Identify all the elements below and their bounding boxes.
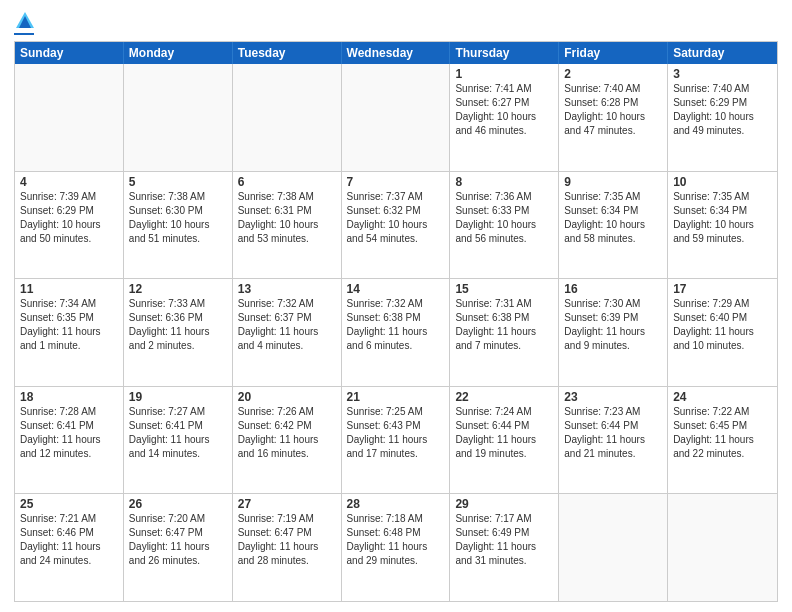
day-number: 7 <box>347 175 445 189</box>
calendar-header: SundayMondayTuesdayWednesdayThursdayFrid… <box>15 42 777 64</box>
day-number: 9 <box>564 175 662 189</box>
calendar-cell: 7Sunrise: 7:37 AM Sunset: 6:32 PM Daylig… <box>342 172 451 279</box>
calendar-cell: 28Sunrise: 7:18 AM Sunset: 6:48 PM Dayli… <box>342 494 451 601</box>
cell-info: Sunrise: 7:25 AM Sunset: 6:43 PM Dayligh… <box>347 405 445 461</box>
calendar-cell: 29Sunrise: 7:17 AM Sunset: 6:49 PM Dayli… <box>450 494 559 601</box>
calendar-cell: 26Sunrise: 7:20 AM Sunset: 6:47 PM Dayli… <box>124 494 233 601</box>
day-of-week-header: Wednesday <box>342 42 451 64</box>
cell-info: Sunrise: 7:31 AM Sunset: 6:38 PM Dayligh… <box>455 297 553 353</box>
calendar-cell: 17Sunrise: 7:29 AM Sunset: 6:40 PM Dayli… <box>668 279 777 386</box>
day-of-week-header: Thursday <box>450 42 559 64</box>
calendar: SundayMondayTuesdayWednesdayThursdayFrid… <box>14 41 778 602</box>
day-number: 21 <box>347 390 445 404</box>
calendar-cell <box>233 64 342 171</box>
calendar-cell: 20Sunrise: 7:26 AM Sunset: 6:42 PM Dayli… <box>233 387 342 494</box>
calendar-cell: 21Sunrise: 7:25 AM Sunset: 6:43 PM Dayli… <box>342 387 451 494</box>
cell-info: Sunrise: 7:29 AM Sunset: 6:40 PM Dayligh… <box>673 297 772 353</box>
day-of-week-header: Sunday <box>15 42 124 64</box>
day-number: 18 <box>20 390 118 404</box>
day-number: 19 <box>129 390 227 404</box>
cell-info: Sunrise: 7:38 AM Sunset: 6:31 PM Dayligh… <box>238 190 336 246</box>
day-of-week-header: Monday <box>124 42 233 64</box>
day-of-week-header: Friday <box>559 42 668 64</box>
cell-info: Sunrise: 7:18 AM Sunset: 6:48 PM Dayligh… <box>347 512 445 568</box>
day-number: 11 <box>20 282 118 296</box>
calendar-cell <box>559 494 668 601</box>
calendar-cell: 23Sunrise: 7:23 AM Sunset: 6:44 PM Dayli… <box>559 387 668 494</box>
day-number: 6 <box>238 175 336 189</box>
calendar-cell: 5Sunrise: 7:38 AM Sunset: 6:30 PM Daylig… <box>124 172 233 279</box>
calendar-cell <box>342 64 451 171</box>
cell-info: Sunrise: 7:37 AM Sunset: 6:32 PM Dayligh… <box>347 190 445 246</box>
cell-info: Sunrise: 7:21 AM Sunset: 6:46 PM Dayligh… <box>20 512 118 568</box>
calendar-cell <box>124 64 233 171</box>
cell-info: Sunrise: 7:32 AM Sunset: 6:38 PM Dayligh… <box>347 297 445 353</box>
day-number: 26 <box>129 497 227 511</box>
cell-info: Sunrise: 7:26 AM Sunset: 6:42 PM Dayligh… <box>238 405 336 461</box>
calendar-cell <box>15 64 124 171</box>
cell-info: Sunrise: 7:36 AM Sunset: 6:33 PM Dayligh… <box>455 190 553 246</box>
day-of-week-header: Tuesday <box>233 42 342 64</box>
day-number: 16 <box>564 282 662 296</box>
cell-info: Sunrise: 7:19 AM Sunset: 6:47 PM Dayligh… <box>238 512 336 568</box>
calendar-cell: 13Sunrise: 7:32 AM Sunset: 6:37 PM Dayli… <box>233 279 342 386</box>
cell-info: Sunrise: 7:20 AM Sunset: 6:47 PM Dayligh… <box>129 512 227 568</box>
day-number: 3 <box>673 67 772 81</box>
calendar-cell: 16Sunrise: 7:30 AM Sunset: 6:39 PM Dayli… <box>559 279 668 386</box>
calendar-cell: 12Sunrise: 7:33 AM Sunset: 6:36 PM Dayli… <box>124 279 233 386</box>
calendar-cell <box>668 494 777 601</box>
cell-info: Sunrise: 7:40 AM Sunset: 6:28 PM Dayligh… <box>564 82 662 138</box>
day-of-week-header: Saturday <box>668 42 777 64</box>
cell-info: Sunrise: 7:28 AM Sunset: 6:41 PM Dayligh… <box>20 405 118 461</box>
cell-info: Sunrise: 7:24 AM Sunset: 6:44 PM Dayligh… <box>455 405 553 461</box>
calendar-cell: 22Sunrise: 7:24 AM Sunset: 6:44 PM Dayli… <box>450 387 559 494</box>
calendar-cell: 14Sunrise: 7:32 AM Sunset: 6:38 PM Dayli… <box>342 279 451 386</box>
calendar-cell: 27Sunrise: 7:19 AM Sunset: 6:47 PM Dayli… <box>233 494 342 601</box>
day-number: 2 <box>564 67 662 81</box>
day-number: 14 <box>347 282 445 296</box>
day-number: 5 <box>129 175 227 189</box>
day-number: 23 <box>564 390 662 404</box>
day-number: 10 <box>673 175 772 189</box>
day-number: 28 <box>347 497 445 511</box>
cell-info: Sunrise: 7:32 AM Sunset: 6:37 PM Dayligh… <box>238 297 336 353</box>
cell-info: Sunrise: 7:39 AM Sunset: 6:29 PM Dayligh… <box>20 190 118 246</box>
calendar-cell: 18Sunrise: 7:28 AM Sunset: 6:41 PM Dayli… <box>15 387 124 494</box>
calendar-cell: 4Sunrise: 7:39 AM Sunset: 6:29 PM Daylig… <box>15 172 124 279</box>
cell-info: Sunrise: 7:38 AM Sunset: 6:30 PM Dayligh… <box>129 190 227 246</box>
calendar-week-row: 4Sunrise: 7:39 AM Sunset: 6:29 PM Daylig… <box>15 171 777 279</box>
day-number: 22 <box>455 390 553 404</box>
header <box>14 10 778 35</box>
calendar-cell: 25Sunrise: 7:21 AM Sunset: 6:46 PM Dayli… <box>15 494 124 601</box>
cell-info: Sunrise: 7:34 AM Sunset: 6:35 PM Dayligh… <box>20 297 118 353</box>
day-number: 1 <box>455 67 553 81</box>
day-number: 13 <box>238 282 336 296</box>
cell-info: Sunrise: 7:22 AM Sunset: 6:45 PM Dayligh… <box>673 405 772 461</box>
logo-icon <box>16 10 34 32</box>
calendar-cell: 9Sunrise: 7:35 AM Sunset: 6:34 PM Daylig… <box>559 172 668 279</box>
cell-info: Sunrise: 7:23 AM Sunset: 6:44 PM Dayligh… <box>564 405 662 461</box>
cell-info: Sunrise: 7:40 AM Sunset: 6:29 PM Dayligh… <box>673 82 772 138</box>
cell-info: Sunrise: 7:35 AM Sunset: 6:34 PM Dayligh… <box>673 190 772 246</box>
calendar-body: 1Sunrise: 7:41 AM Sunset: 6:27 PM Daylig… <box>15 64 777 601</box>
cell-info: Sunrise: 7:17 AM Sunset: 6:49 PM Dayligh… <box>455 512 553 568</box>
day-number: 27 <box>238 497 336 511</box>
calendar-cell: 19Sunrise: 7:27 AM Sunset: 6:41 PM Dayli… <box>124 387 233 494</box>
calendar-cell: 10Sunrise: 7:35 AM Sunset: 6:34 PM Dayli… <box>668 172 777 279</box>
day-number: 25 <box>20 497 118 511</box>
cell-info: Sunrise: 7:30 AM Sunset: 6:39 PM Dayligh… <box>564 297 662 353</box>
calendar-cell: 11Sunrise: 7:34 AM Sunset: 6:35 PM Dayli… <box>15 279 124 386</box>
calendar-week-row: 18Sunrise: 7:28 AM Sunset: 6:41 PM Dayli… <box>15 386 777 494</box>
calendar-cell: 1Sunrise: 7:41 AM Sunset: 6:27 PM Daylig… <box>450 64 559 171</box>
calendar-week-row: 1Sunrise: 7:41 AM Sunset: 6:27 PM Daylig… <box>15 64 777 171</box>
day-number: 8 <box>455 175 553 189</box>
day-number: 17 <box>673 282 772 296</box>
calendar-week-row: 25Sunrise: 7:21 AM Sunset: 6:46 PM Dayli… <box>15 493 777 601</box>
calendar-cell: 3Sunrise: 7:40 AM Sunset: 6:29 PM Daylig… <box>668 64 777 171</box>
logo <box>14 10 34 35</box>
day-number: 29 <box>455 497 553 511</box>
day-number: 15 <box>455 282 553 296</box>
day-number: 20 <box>238 390 336 404</box>
calendar-cell: 15Sunrise: 7:31 AM Sunset: 6:38 PM Dayli… <box>450 279 559 386</box>
day-number: 12 <box>129 282 227 296</box>
